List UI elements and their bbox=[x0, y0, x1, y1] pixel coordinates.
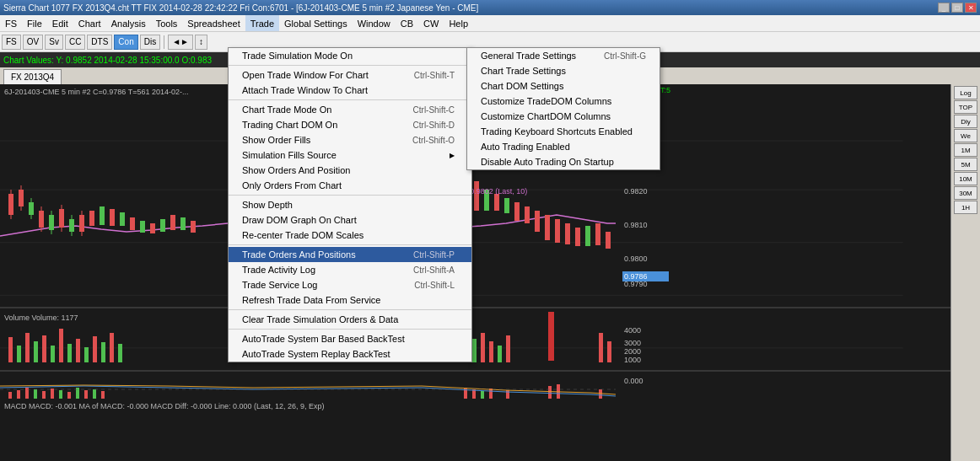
settings-disable-auto-trading[interactable]: Disable Auto Trading On Startup bbox=[467, 154, 660, 169]
menu-cw[interactable]: CW bbox=[418, 15, 444, 31]
trade-menu-autotrade-bar[interactable]: AutoTrade System Bar Based BackTest bbox=[229, 331, 471, 346]
trade-menu-only-orders[interactable]: Only Orders From Chart bbox=[229, 178, 471, 193]
trade-menu-service-log[interactable]: Trade Service Log Ctrl-Shift-L bbox=[229, 277, 471, 292]
menu-cb[interactable]: CB bbox=[396, 15, 418, 31]
settings-customize-chartdom[interactable]: Customize ChartDOM Columns bbox=[467, 109, 660, 124]
btn-log[interactable]: Log bbox=[954, 86, 977, 99]
svg-text:0.9820: 0.9820 bbox=[624, 187, 648, 196]
svg-rect-61 bbox=[8, 337, 13, 362]
separator-4 bbox=[229, 244, 471, 245]
trade-dropdown-menu: Trade Simulation Mode On Open Trade Wind… bbox=[228, 47, 472, 362]
svg-rect-47 bbox=[606, 232, 611, 249]
trade-menu-show-orders[interactable]: Show Orders And Position bbox=[229, 163, 471, 178]
trade-menu-attach-window[interactable]: Attach Trade Window To Chart bbox=[229, 83, 471, 98]
menu-global-settings[interactable]: Global Settings bbox=[279, 15, 353, 31]
toolbar-scroll-left[interactable]: ◄► bbox=[168, 35, 193, 50]
svg-rect-24 bbox=[110, 209, 115, 226]
toolbar-dis[interactable]: Dis bbox=[140, 35, 160, 50]
trade-menu-show-fills[interactable]: Show Order Fills Ctrl-Shift-O bbox=[229, 132, 471, 147]
toolbar-dts[interactable]: DTS bbox=[87, 35, 112, 50]
svg-rect-96 bbox=[51, 389, 54, 399]
svg-rect-102 bbox=[101, 391, 105, 399]
svg-rect-72 bbox=[101, 342, 105, 362]
menu-file[interactable]: File bbox=[22, 15, 47, 31]
svg-rect-107 bbox=[506, 390, 509, 399]
svg-text:MACD  MACD: -0.001  MA of MACD: MACD MACD: -0.001 MA of MACD: -0.000 MAC… bbox=[4, 402, 325, 410]
close-button[interactable]: ✕ bbox=[965, 3, 977, 13]
menu-help[interactable]: Help bbox=[444, 15, 473, 31]
btn-10m[interactable]: 10M bbox=[954, 172, 977, 185]
svg-rect-46 bbox=[595, 223, 600, 245]
svg-rect-36 bbox=[494, 194, 499, 211]
svg-rect-69 bbox=[76, 339, 80, 362]
trade-menu-activity-log[interactable]: Trade Activity Log Ctrl-Shift-A bbox=[229, 262, 471, 277]
svg-text:0.9800: 0.9800 bbox=[624, 255, 648, 263]
svg-rect-84 bbox=[607, 341, 611, 362]
title-bar: Sierra Chart 1077 FX 2013Q4.cht TT FIX 2… bbox=[0, 0, 980, 15]
toolbar-ov[interactable]: OV bbox=[23, 35, 43, 50]
svg-rect-62 bbox=[17, 346, 21, 362]
settings-general-trade[interactable]: General Trade Settings Ctrl-Shift-G bbox=[467, 48, 660, 63]
minimize-button[interactable]: _ bbox=[938, 3, 950, 13]
svg-rect-34 bbox=[474, 181, 479, 211]
btn-30m[interactable]: 30M bbox=[954, 186, 977, 200]
tab-fx2013q4[interactable]: FX 2013Q4 bbox=[3, 69, 62, 84]
svg-rect-37 bbox=[504, 198, 509, 213]
btn-1m[interactable]: 1M bbox=[954, 143, 977, 157]
btn-we[interactable]: We bbox=[954, 129, 977, 142]
svg-rect-30 bbox=[170, 215, 175, 230]
trade-menu-recenter[interactable]: Re-center Trade DOM Scales bbox=[229, 228, 471, 243]
menu-trade[interactable]: Trade bbox=[245, 15, 279, 31]
btn-1h[interactable]: 1H bbox=[954, 201, 977, 214]
trade-menu-show-depth[interactable]: Show Depth bbox=[229, 197, 471, 212]
svg-rect-95 bbox=[42, 391, 46, 399]
svg-text:6J-201403-CME  5 min  #2  C=0.: 6J-201403-CME 5 min #2 C=0.9786 T=561 20… bbox=[4, 88, 188, 96]
trade-menu-refresh[interactable]: Refresh Trade Data From Service bbox=[229, 292, 471, 308]
settings-auto-trading[interactable]: Auto Trading Enabled bbox=[467, 139, 660, 154]
svg-rect-105 bbox=[481, 391, 484, 399]
title-text: Sierra Chart 1077 FX 2013Q4.cht TT FIX 2… bbox=[3, 3, 938, 13]
toolbar-cc[interactable]: CC bbox=[65, 35, 85, 50]
svg-rect-65 bbox=[42, 335, 46, 362]
settings-keyboard-shortcuts[interactable]: Trading Keyboard Shortcuts Enabled bbox=[467, 124, 660, 139]
btn-top[interactable]: TOP bbox=[954, 100, 977, 114]
menu-analysis[interactable]: Analysis bbox=[106, 15, 151, 31]
toolbar-scroll-updown[interactable]: ↕ bbox=[195, 35, 207, 50]
menu-edit[interactable]: Edit bbox=[47, 15, 73, 31]
window-controls: _ □ ✕ bbox=[938, 3, 977, 13]
btn-5m[interactable]: 5M bbox=[954, 158, 977, 171]
toolbar-con[interactable]: Con bbox=[114, 35, 137, 50]
trade-menu-clear-sim[interactable]: Clear Trade Simulation Orders & Data bbox=[229, 312, 471, 327]
menu-tools[interactable]: Tools bbox=[151, 15, 183, 31]
svg-text:1000: 1000 bbox=[624, 356, 641, 364]
svg-text:0.000: 0.000 bbox=[624, 377, 643, 385]
settings-chart-dom[interactable]: Chart DOM Settings bbox=[467, 78, 660, 94]
svg-rect-98 bbox=[67, 392, 71, 399]
settings-customize-tradedom[interactable]: Customize TradeDOM Columns bbox=[467, 94, 660, 109]
trade-menu-draw-dom[interactable]: Draw DOM Graph On Chart bbox=[229, 212, 471, 228]
menu-spreadsheet[interactable]: Spreadsheet bbox=[182, 15, 245, 31]
trade-menu-chart-dom[interactable]: Trading Chart DOM On Ctrl-Shift-D bbox=[229, 117, 471, 132]
svg-rect-94 bbox=[34, 389, 37, 399]
trade-menu-orders-positions[interactable]: Trade Orders And Positions Ctrl-Shift-P bbox=[229, 247, 471, 262]
trade-menu-autotrade-replay[interactable]: AutoTrade System Replay BackTest bbox=[229, 346, 471, 362]
svg-text:0.9810: 0.9810 bbox=[624, 221, 648, 229]
trade-menu-open-window[interactable]: Open Trade Window For Chart Ctrl-Shift-T bbox=[229, 67, 471, 83]
btn-dly[interactable]: Dly bbox=[954, 115, 977, 128]
trade-menu-sim-mode[interactable]: Trade Simulation Mode On bbox=[229, 48, 471, 63]
menu-chart[interactable]: Chart bbox=[73, 15, 106, 31]
menu-window[interactable]: Window bbox=[353, 15, 396, 31]
toolbar-fs[interactable]: FS bbox=[2, 35, 21, 50]
toolbar-sv[interactable]: Sv bbox=[45, 35, 63, 50]
settings-chart-trade[interactable]: Chart Trade Settings bbox=[467, 63, 660, 78]
maximize-button[interactable]: □ bbox=[951, 3, 963, 13]
svg-rect-79 bbox=[489, 341, 493, 362]
svg-rect-70 bbox=[84, 347, 89, 362]
trade-menu-chart-trade[interactable]: Chart Trade Mode On Ctrl-Shift-C bbox=[229, 102, 471, 117]
trade-menu-sim-fills[interactable]: Simulation Fills Source ▶ bbox=[229, 147, 471, 163]
svg-rect-31 bbox=[180, 217, 186, 230]
settings-dropdown-menu: General Trade Settings Ctrl-Shift-G Char… bbox=[466, 47, 660, 170]
svg-rect-66 bbox=[51, 346, 55, 362]
svg-rect-73 bbox=[110, 333, 114, 362]
menu-fs[interactable]: FS bbox=[0, 15, 22, 31]
